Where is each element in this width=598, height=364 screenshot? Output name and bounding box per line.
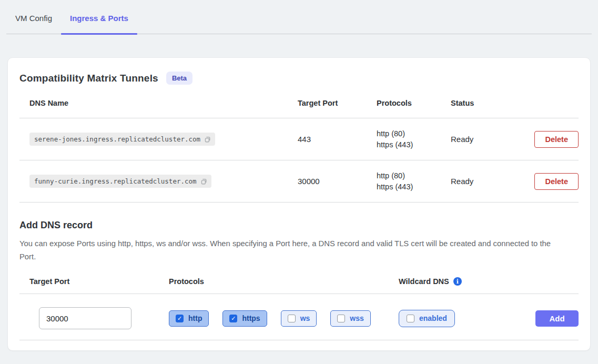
dns-name-text: serene-jones.ingress.replicatedcluster.c… (34, 135, 200, 143)
protocol-checkbox-https[interactable]: https (222, 310, 267, 327)
form-header-target-port: Target Port (19, 277, 169, 286)
col-header-protocols: Protocols (377, 99, 451, 107)
copy-icon[interactable] (200, 178, 207, 185)
beta-badge: Beta (166, 72, 192, 85)
copy-icon[interactable] (204, 136, 211, 143)
dns-name-pill: serene-jones.ingress.replicatedcluster.c… (29, 133, 215, 146)
form-header-wildcard-dns: Wildcard DNS (399, 277, 449, 286)
status-value: Ready (451, 177, 509, 186)
chip-label: enabled (419, 314, 447, 322)
tab-ingress-ports[interactable]: Ingress & Ports (61, 0, 137, 34)
form-header-protocols: Protocols (169, 277, 399, 286)
dns-name-pill: funny-curie.ingress.replicatedcluster.co… (29, 175, 211, 188)
checkbox-icon (407, 315, 414, 322)
protocols-value: http (80) https (443) (377, 170, 451, 193)
add-dns-record-description: You can expose Ports using http, https, … (19, 237, 552, 264)
col-header-dns-name: DNS Name (19, 99, 298, 107)
table-row: funny-curie.ingress.replicatedcluster.co… (19, 160, 579, 203)
col-header-target-port: Target Port (298, 99, 377, 107)
protocol-checkbox-ws[interactable]: ws (281, 310, 317, 327)
protocol-chips: http https ws wss (169, 310, 399, 327)
chip-label: wss (350, 314, 363, 322)
table-row: serene-jones.ingress.replicatedcluster.c… (19, 118, 579, 160)
panel-title: Compatibility Matrix Tunnels (19, 73, 158, 84)
col-header-actions (509, 99, 579, 107)
checkbox-icon (288, 315, 296, 322)
add-button[interactable]: Add (535, 310, 579, 327)
delete-button[interactable]: Delete (534, 173, 579, 190)
target-port-value: 443 (298, 135, 377, 144)
compatibility-matrix-tunnels-panel: Compatibility Matrix Tunnels Beta DNS Na… (7, 57, 591, 351)
target-port-input[interactable] (39, 307, 131, 329)
add-dns-record-title: Add DNS record (19, 220, 579, 231)
tab-bar: VM Config Ingress & Ports (6, 0, 592, 34)
delete-button[interactable]: Delete (534, 131, 579, 148)
checkbox-icon (176, 315, 184, 322)
add-form-header: Target Port Protocols Wildcard DNS i (19, 277, 579, 294)
tunnels-table-header: DNS Name Target Port Protocols Status (19, 99, 579, 118)
chip-label: http (188, 314, 202, 322)
checkbox-icon (229, 315, 237, 322)
wildcard-dns-enabled-checkbox[interactable]: enabled (399, 310, 455, 327)
info-icon[interactable]: i (453, 277, 462, 286)
col-header-status: Status (451, 99, 509, 107)
add-form-row: http https ws wss enabled (19, 294, 579, 340)
target-port-value: 30000 (298, 177, 377, 186)
status-value: Ready (451, 135, 509, 144)
tab-vm-config[interactable]: VM Config (6, 0, 61, 34)
panel-header: Compatibility Matrix Tunnels Beta (19, 72, 579, 85)
checkbox-icon (337, 315, 345, 322)
protocols-value: http (80) https (443) (377, 128, 451, 150)
chip-label: https (242, 314, 260, 322)
protocol-checkbox-wss[interactable]: wss (330, 310, 370, 327)
protocol-checkbox-http[interactable]: http (169, 310, 209, 327)
dns-name-text: funny-curie.ingress.replicatedcluster.co… (34, 177, 197, 185)
chip-label: ws (300, 314, 310, 322)
